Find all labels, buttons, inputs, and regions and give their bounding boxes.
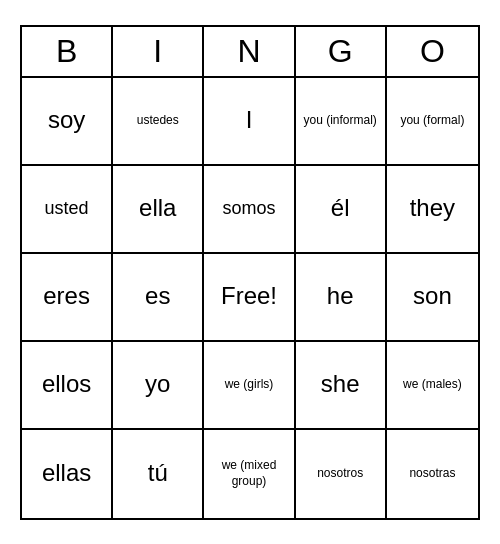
cell-r3-c3: she: [296, 342, 387, 430]
cell-r1-c2: somos: [204, 166, 295, 254]
cell-r0-c3: you (informal): [296, 78, 387, 166]
cell-r2-c2: Free!: [204, 254, 295, 342]
cell-r2-c3: he: [296, 254, 387, 342]
header-letter: I: [113, 27, 204, 76]
bingo-card: BINGO soyustedesIyou (informal)you (form…: [20, 25, 480, 520]
cell-r4-c3: nosotros: [296, 430, 387, 518]
bingo-grid: soyustedesIyou (informal)you (formal)ust…: [22, 78, 478, 518]
cell-r0-c0: soy: [22, 78, 113, 166]
cell-r3-c4: we (males): [387, 342, 478, 430]
cell-r1-c0: usted: [22, 166, 113, 254]
cell-r1-c3: él: [296, 166, 387, 254]
cell-r2-c0: eres: [22, 254, 113, 342]
cell-r4-c4: nosotras: [387, 430, 478, 518]
cell-r2-c4: son: [387, 254, 478, 342]
cell-r3-c1: yo: [113, 342, 204, 430]
header-letter: N: [204, 27, 295, 76]
bingo-header: BINGO: [22, 27, 478, 78]
cell-r4-c0: ellas: [22, 430, 113, 518]
cell-r0-c2: I: [204, 78, 295, 166]
cell-r0-c4: you (formal): [387, 78, 478, 166]
cell-r4-c1: tú: [113, 430, 204, 518]
cell-r1-c4: they: [387, 166, 478, 254]
cell-r2-c1: es: [113, 254, 204, 342]
cell-r3-c0: ellos: [22, 342, 113, 430]
cell-r0-c1: ustedes: [113, 78, 204, 166]
header-letter: G: [296, 27, 387, 76]
header-letter: B: [22, 27, 113, 76]
header-letter: O: [387, 27, 478, 76]
cell-r3-c2: we (girls): [204, 342, 295, 430]
cell-r4-c2: we (mixed group): [204, 430, 295, 518]
cell-r1-c1: ella: [113, 166, 204, 254]
